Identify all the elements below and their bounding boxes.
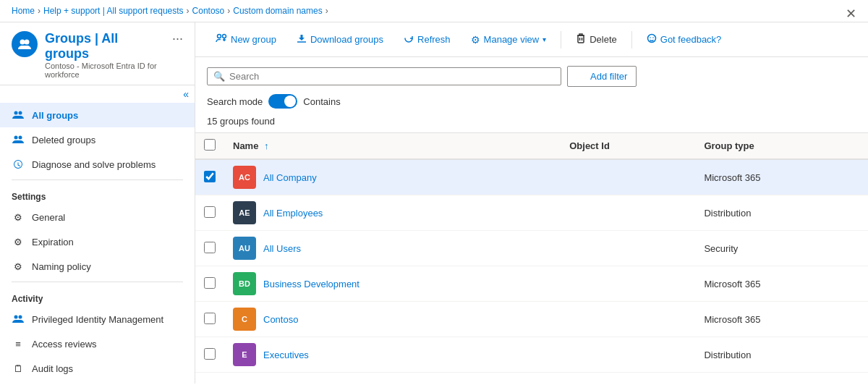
object-id-column-header[interactable]: Object Id (561, 133, 695, 159)
page-subtitle: Contoso - Microsoft Entra ID for workfor… (45, 62, 165, 79)
svg-point-2 (14, 111, 18, 115)
audit-logs-icon: 🗒 (12, 362, 25, 375)
delete-label: Delete (590, 34, 617, 45)
group-type-cell: Distribution (695, 337, 868, 373)
filter-bar: 🔍 Add filter (195, 57, 868, 90)
row-checkbox[interactable] (204, 171, 216, 182)
collapse-icon[interactable]: « (183, 88, 189, 100)
sidebar-item-diagnose[interactable]: Diagnose and solve problems (0, 152, 195, 177)
row-checkbox[interactable] (204, 348, 216, 360)
group-type-column-header[interactable]: Group type (695, 133, 868, 159)
group-name-link[interactable]: Contoso (263, 314, 298, 325)
add-filter-button[interactable]: Add filter (567, 66, 637, 87)
delete-icon (576, 33, 586, 46)
delete-button[interactable]: Delete (567, 29, 626, 50)
search-input[interactable] (229, 71, 555, 82)
download-icon (297, 33, 307, 46)
manage-view-button[interactable]: ⚙ Manage view ▾ (462, 30, 556, 50)
group-type-cell: Microsoft 365 (695, 266, 868, 302)
sidebar-item-label-all-groups: All groups (32, 110, 78, 121)
sidebar-item-label-diagnose: Diagnose and solve problems (32, 159, 156, 170)
search-box[interactable]: 🔍 (207, 67, 561, 85)
object-id-cell (561, 231, 695, 266)
sidebar-item-pim[interactable]: Privileged Identity Management (0, 307, 195, 331)
sidebar-item-expiration[interactable]: ⚙ Expiration (0, 229, 195, 254)
toolbar-separator-2 (631, 31, 632, 48)
table-row: CContosoMicrosoft 365 (195, 302, 868, 337)
sidebar: Groups | All groups Contoso - Microsoft … (0, 22, 195, 384)
groups-table-container: Name ↑ Object Id Group type ACAl (195, 132, 868, 384)
sidebar-item-label-expiration: Expiration (32, 237, 74, 248)
sidebar-item-naming-policy[interactable]: ⚙ Naming policy (0, 254, 195, 279)
sidebar-item-label-naming-policy: Naming policy (32, 261, 91, 272)
breadcrumb-home[interactable]: Home (12, 6, 35, 16)
group-name-link[interactable]: Business Development (263, 279, 359, 289)
sidebar-header-text: Groups | All groups Contoso - Microsoft … (45, 31, 165, 79)
select-all-checkbox[interactable] (204, 139, 216, 151)
group-name-link[interactable]: All Users (263, 243, 301, 254)
group-name-link[interactable]: Executives (263, 350, 309, 360)
group-name-link[interactable]: All Company (263, 172, 317, 183)
new-group-icon (216, 33, 227, 46)
object-id-cell (561, 266, 695, 302)
breadcrumb-contoso[interactable]: Contoso (192, 6, 225, 16)
svg-point-1 (25, 40, 30, 45)
row-checkbox[interactable] (204, 313, 216, 324)
table-row: AEAll EmployeesDistribution (195, 195, 868, 231)
group-name-link[interactable]: All Employees (263, 208, 323, 219)
sidebar-item-general[interactable]: ⚙ General (0, 205, 195, 229)
breadcrumb-support[interactable]: Help + support | All support requests (43, 6, 184, 16)
group-avatar: AU (233, 237, 256, 260)
sidebar-item-label-deleted-groups: Deleted groups (32, 135, 95, 145)
sidebar-item-label-general: General (32, 212, 65, 223)
svg-point-3 (19, 111, 22, 115)
table-row: BDBusiness DevelopmentMicrosoft 365 (195, 266, 868, 302)
sidebar-header: Groups | All groups Contoso - Microsoft … (0, 22, 195, 85)
chevron-down-icon: ▾ (542, 35, 546, 43)
select-all-header[interactable] (195, 133, 224, 159)
feedback-icon (647, 33, 657, 46)
refresh-icon (404, 33, 414, 46)
group-type-cell: Security (695, 231, 868, 266)
search-mode-value: Contains (303, 96, 340, 107)
group-avatar: C (233, 308, 256, 331)
search-mode-toggle[interactable] (268, 94, 297, 109)
download-groups-button[interactable]: Download groups (288, 29, 392, 50)
group-name-cell: EExecutives (233, 343, 552, 366)
sidebar-item-access-reviews[interactable]: ≡ Access reviews (0, 331, 195, 356)
sidebar-item-bulk-ops[interactable]: Bulk operation results (0, 381, 195, 384)
general-icon: ⚙ (12, 211, 25, 224)
svg-point-0 (20, 40, 25, 45)
feedback-button[interactable]: Got feedback? (638, 29, 731, 50)
group-type-cell: Distribution (695, 195, 868, 231)
diagnose-icon (12, 158, 25, 171)
object-id-cell (561, 302, 695, 337)
group-name-cell: AUAll Users (233, 237, 552, 260)
filter-icon (576, 70, 587, 82)
close-button[interactable]: ✕ (846, 6, 856, 22)
breadcrumb-custom-domain[interactable]: Custom domain names (233, 6, 322, 16)
svg-point-11 (223, 35, 226, 38)
svg-point-5 (19, 136, 22, 140)
refresh-button[interactable]: Refresh (395, 29, 459, 50)
search-mode-bar: Search mode Contains (195, 90, 868, 113)
group-avatar: AE (233, 201, 256, 224)
new-group-button[interactable]: New group (207, 28, 285, 51)
groups-table: Name ↑ Object Id Group type ACAl (195, 133, 868, 373)
sidebar-item-deleted-groups[interactable]: Deleted groups (0, 127, 195, 152)
new-group-label: New group (231, 34, 276, 45)
sidebar-item-all-groups[interactable]: All groups (0, 103, 195, 127)
group-avatar: E (233, 343, 256, 366)
name-column-header[interactable]: Name ↑ (224, 133, 561, 159)
search-icon: 🔍 (213, 71, 225, 82)
row-checkbox[interactable] (204, 242, 216, 253)
group-name-cell: AEAll Employees (233, 201, 552, 224)
sidebar-item-audit-logs[interactable]: 🗒 Audit logs (0, 356, 195, 381)
row-checkbox[interactable] (204, 277, 216, 289)
breadcrumb: Home › Help + support | All support requ… (0, 0, 868, 22)
group-type-cell: Microsoft 365 (695, 302, 868, 337)
feedback-label: Got feedback? (660, 34, 722, 45)
sidebar-item-label-audit-logs: Audit logs (32, 363, 73, 374)
row-checkbox[interactable] (204, 206, 216, 218)
more-options-icon[interactable]: ··· (172, 31, 183, 46)
